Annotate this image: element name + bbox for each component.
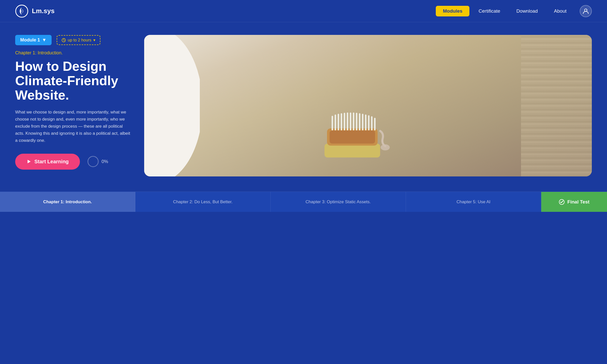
svg-marker-4 [28, 160, 31, 163]
progress-area: 0% [88, 156, 108, 167]
avatar-button[interactable] [580, 5, 592, 17]
brush-product-image [309, 85, 400, 166]
header: Lm.sys Modules Certificate Download Abou… [0, 0, 607, 22]
svg-rect-13 [347, 112, 348, 130]
svg-rect-21 [371, 116, 373, 130]
nav-download[interactable]: Download [509, 6, 545, 16]
logo-text: Lm.sys [32, 7, 55, 15]
svg-rect-7 [330, 130, 375, 144]
svg-point-23 [381, 144, 390, 150]
hero-image [144, 35, 592, 176]
main-nav: Modules Certificate Download About [436, 5, 592, 17]
user-icon [582, 8, 589, 14]
svg-rect-15 [353, 112, 354, 130]
nav-about[interactable]: About [547, 6, 574, 16]
start-learning-button[interactable]: Start Learning [15, 154, 80, 170]
svg-rect-18 [362, 114, 363, 130]
progress-percent: 0% [102, 159, 108, 164]
svg-rect-11 [341, 113, 342, 130]
chapter-nav-5[interactable]: Chapter 5: Use AI [406, 192, 541, 212]
chapter-nav-1[interactable]: Chapter 1: Introduction. [0, 192, 135, 212]
check-circle-icon [559, 199, 565, 205]
svg-rect-9 [335, 115, 336, 130]
action-row: Start Learning 0% [15, 154, 132, 170]
chapter-nav-3[interactable]: Chapter 3: Optimize Static Assets. [271, 192, 406, 212]
svg-rect-5 [324, 144, 380, 157]
play-icon [26, 159, 31, 164]
curtain-decor [521, 35, 592, 176]
logo-area[interactable]: Lm.sys [15, 5, 55, 18]
svg-point-1 [20, 10, 22, 13]
module-badge-label: Module 1 [20, 37, 40, 43]
nav-certificate[interactable]: Certificate [471, 6, 507, 16]
svg-rect-12 [344, 113, 345, 130]
chapter-nav-2[interactable]: Chapter 2: Do Less, But Better. [135, 192, 271, 212]
module-badge[interactable]: Module 1 ▼ [15, 35, 52, 45]
final-test-label: Final Test [567, 199, 589, 205]
main-content: Module 1 ▼ up to 2 hours ▾ Chapter 1: In… [0, 22, 607, 192]
time-badge[interactable]: up to 2 hours ▾ [57, 35, 100, 45]
svg-point-2 [584, 9, 587, 11]
svg-rect-20 [368, 115, 370, 130]
main-title: How to Design Climate-Friendly Website. [15, 59, 132, 103]
module-badge-row: Module 1 ▼ up to 2 hours ▾ [15, 35, 132, 45]
bottom-chapter-nav: Chapter 1: Introduction. Chapter 2: Do L… [0, 192, 607, 212]
svg-rect-8 [332, 116, 333, 130]
svg-rect-19 [365, 115, 366, 130]
svg-rect-22 [374, 118, 376, 130]
wavy-divider [144, 35, 200, 176]
svg-rect-10 [338, 114, 339, 130]
chevron-down-icon: ▼ [42, 37, 47, 43]
description: What we choose to design and, more impor… [15, 109, 132, 144]
svg-rect-16 [356, 113, 357, 130]
time-badge-label: up to 2 hours [68, 38, 91, 42]
final-test-button[interactable]: Final Test [541, 192, 607, 212]
time-chevron-icon: ▾ [93, 38, 95, 42]
svg-rect-14 [350, 112, 351, 130]
logo-icon [15, 5, 28, 18]
hero-image-bg [144, 35, 592, 176]
nav-modules[interactable]: Modules [436, 6, 469, 16]
start-btn-label: Start Learning [34, 159, 69, 165]
clock-icon [62, 38, 66, 42]
chapter-label: Chapter 1: Introduction. [15, 50, 132, 56]
left-panel: Module 1 ▼ up to 2 hours ▾ Chapter 1: In… [15, 35, 132, 170]
svg-rect-17 [359, 113, 360, 130]
progress-circle [88, 156, 99, 167]
